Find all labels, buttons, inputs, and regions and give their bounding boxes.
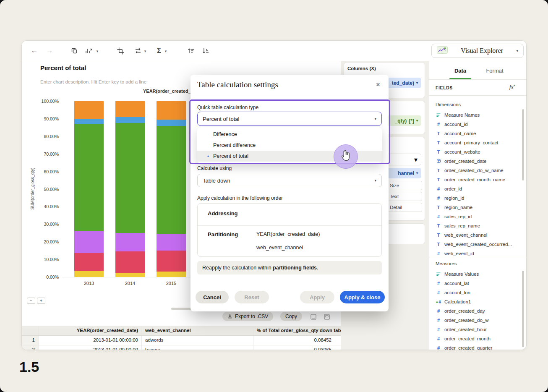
- y-tick-label: 60.00%: [33, 169, 59, 174]
- field-item-sales-rep-id[interactable]: #sales_rep_id: [429, 212, 526, 221]
- field-item-web-event-channel[interactable]: Tweb_event_channel: [429, 230, 526, 240]
- bar-segment-green[interactable]: [74, 124, 104, 231]
- add-calculation-icon[interactable]: fx+: [509, 84, 515, 90]
- x-tick-label: 2015: [157, 281, 186, 286]
- measures-section-label: Measures: [436, 261, 457, 266]
- field-item-measure-values[interactable]: Measure Values: [429, 269, 526, 279]
- stacked-bar-2014[interactable]: [115, 101, 145, 277]
- calculate-using-select[interactable]: Table down ▾: [197, 174, 382, 187]
- x-tick-label: 2014: [115, 281, 145, 286]
- zoom-out-button[interactable]: −: [27, 298, 35, 304]
- zoom-in-button[interactable]: +: [37, 298, 45, 304]
- bar-segment-green[interactable]: [157, 126, 186, 234]
- bar-segment-blue[interactable]: [115, 117, 145, 123]
- field-item-order-created-month-name[interactable]: Torder_created_month_name: [429, 175, 526, 184]
- back-arrow-button[interactable]: ←: [29, 45, 40, 56]
- crop-icon[interactable]: [115, 45, 126, 56]
- sort-ascending-icon[interactable]: [185, 45, 196, 56]
- forward-arrow-button[interactable]: →: [44, 45, 55, 56]
- table-row[interactable]: 12013-01-01 00:00:00adwords0.08452: [22, 336, 341, 345]
- measures-scrollbar[interactable]: [522, 271, 524, 347]
- clear-chart-icon[interactable]: [83, 45, 94, 56]
- field-name: order_created_quarter: [444, 345, 492, 350]
- column-header-year[interactable]: YEAR(order_created_date): [39, 326, 142, 335]
- cancel-button[interactable]: Cancel: [196, 291, 229, 303]
- field-item-account-website[interactable]: Taccount_website: [429, 147, 526, 157]
- field-item-order-created-day[interactable]: #order_created_day: [429, 306, 526, 316]
- swap-axes-icon[interactable]: [133, 45, 144, 56]
- stacked-bar-2013[interactable]: [74, 101, 104, 277]
- chart-title[interactable]: Percent of total: [40, 64, 86, 71]
- field-item-account-lon[interactable]: #account_lon: [429, 288, 526, 297]
- sort-descending-icon[interactable]: [200, 45, 211, 56]
- bar-segment-orange[interactable]: [115, 101, 145, 117]
- menu-option-label: Percent of total: [213, 153, 248, 159]
- duplicate-icon[interactable]: [69, 45, 80, 56]
- field-item-calculation1[interactable]: =#Calculation1: [429, 297, 526, 306]
- dimensions-scrollbar[interactable]: [522, 109, 524, 180]
- chevron-down-icon[interactable]: ▾: [95, 49, 100, 53]
- column-header-channel[interactable]: web_event_channel: [142, 326, 253, 335]
- copy-button[interactable]: Copy: [280, 312, 302, 321]
- bar-segment-orange[interactable]: [74, 101, 104, 119]
- field-item-order-created-do-w[interactable]: #order_created_do_w: [429, 316, 526, 325]
- bar-segment-purple[interactable]: [115, 233, 145, 251]
- partitioning-field: web_event_channel: [256, 245, 320, 251]
- bar-segment-blue[interactable]: [157, 120, 186, 126]
- bar-segment-red[interactable]: [115, 251, 145, 272]
- close-icon[interactable]: ×: [373, 80, 383, 89]
- value-cell: 0.03065: [253, 345, 341, 350]
- channel-cell: adwords: [142, 336, 253, 345]
- chart-description-placeholder[interactable]: Enter chart description. Hit Enter key t…: [40, 79, 146, 84]
- field-item-order-created-month[interactable]: #order_created_month: [429, 334, 526, 343]
- apply-button[interactable]: Apply: [300, 291, 334, 303]
- field-item-order-created-hour[interactable]: #order_created_hour: [429, 325, 526, 334]
- field-item-order-created-do-w-name[interactable]: Torder_created_do_w_name: [429, 166, 526, 175]
- toolbar: ← → ▾ ▾ Σ ▾: [22, 41, 526, 61]
- bar-segment-red[interactable]: [74, 253, 104, 271]
- field-name: web_event_created_occurred...: [444, 242, 512, 247]
- apply-close-button[interactable]: Apply & close: [340, 291, 385, 303]
- chevron-down-icon[interactable]: ▾: [143, 49, 148, 53]
- reset-button[interactable]: Reset: [235, 291, 269, 303]
- field-item-order-created-quarter[interactable]: #order_created_quarter: [429, 343, 526, 350]
- bar-segment-orange[interactable]: [157, 101, 186, 120]
- field-item-web-event-created-occurred-[interactable]: Tweb_event_created_occurred...: [429, 240, 526, 249]
- menu-option[interactable]: Difference: [197, 129, 382, 140]
- chevron-down-icon[interactable]: ▾: [163, 49, 168, 53]
- field-name: order_created_date: [444, 159, 486, 164]
- bar-segment-blue[interactable]: [74, 119, 104, 124]
- field-item-region-name[interactable]: Tregion_name: [429, 203, 526, 212]
- quick-calc-select[interactable]: Percent of total ▾: [197, 112, 382, 126]
- field-item-account-id[interactable]: #account_id: [429, 120, 526, 129]
- collapse-panel-icon[interactable]: [310, 313, 317, 321]
- field-item-web-event-id[interactable]: #web_event_id: [429, 249, 526, 257]
- stacked-bar-2015[interactable]: [157, 101, 186, 277]
- tab-format[interactable]: Format: [482, 66, 507, 75]
- export-csv-button[interactable]: Export to .CSV: [222, 312, 273, 321]
- tab-data[interactable]: Data: [449, 66, 471, 75]
- bar-segment-green[interactable]: [115, 123, 145, 233]
- number-type-icon: #: [436, 290, 441, 295]
- bar-segment-purple[interactable]: [74, 231, 104, 253]
- version-label: 1.5: [19, 359, 39, 375]
- bar-segment-yellow[interactable]: [157, 272, 186, 277]
- field-item-account-lat[interactable]: #account_lat: [429, 279, 526, 288]
- bar-segment-yellow[interactable]: [115, 273, 145, 277]
- bar-segment-purple[interactable]: [157, 234, 186, 251]
- table-row[interactable]: 22013-01-01 00:00:00banner0.03065: [22, 345, 341, 350]
- bar-segment-red[interactable]: [157, 251, 186, 272]
- field-item-order-created-date[interactable]: order_created_date: [429, 157, 526, 166]
- field-item-measure-names[interactable]: Measure Names: [429, 110, 526, 120]
- field-name: account_id: [444, 122, 468, 127]
- field-item-sales-rep-name[interactable]: Tsales_rep_name: [429, 221, 526, 230]
- visualization-switcher[interactable]: Visual Explorer ▾: [431, 44, 524, 58]
- field-item-account-name[interactable]: Taccount_name: [429, 129, 526, 138]
- field-item-order-id[interactable]: #order_id: [429, 184, 526, 193]
- expand-panel-icon[interactable]: [323, 313, 331, 321]
- table-calculation-settings-modal: Table calculation settings × Quick table…: [190, 75, 389, 311]
- field-item-region-id[interactable]: #region_id: [429, 193, 526, 203]
- field-item-account-primary-contact[interactable]: Taccount_primary_contact: [429, 138, 526, 147]
- bar-segment-yellow[interactable]: [74, 271, 104, 277]
- column-header-value[interactable]: % of Total order_gloss_qty down table: [253, 326, 341, 335]
